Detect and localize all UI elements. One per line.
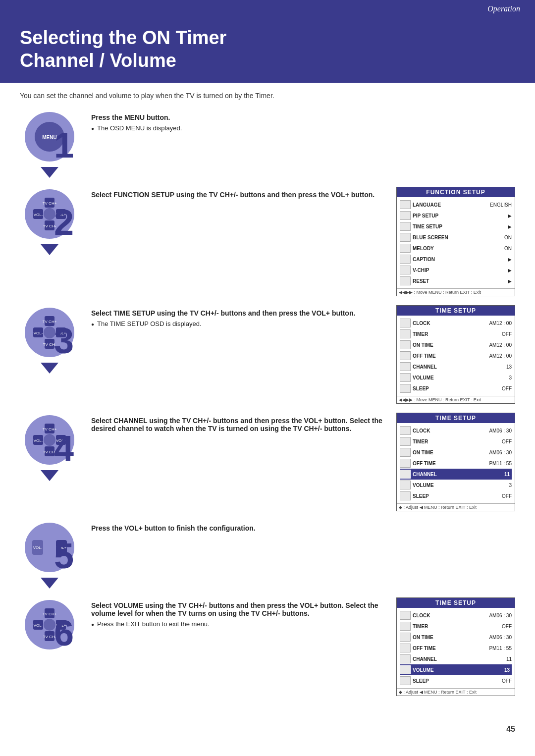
step-number-4: 4 (54, 431, 74, 466)
down-arrow (41, 470, 58, 481)
osd-row-label: RESET (413, 278, 506, 284)
step-middle-6: Select VOLUME using the TV CH+/- buttons… (91, 597, 384, 629)
osd-row-icon (400, 491, 411, 500)
step-row-1: MENU 1 Press the MENU button. The OSD ME… (20, 109, 515, 178)
osd-row-icon (400, 362, 411, 371)
step-number-6: 6 (54, 615, 74, 651)
step-title-1: Press the MENU button. (91, 113, 515, 121)
osd-row-icon (400, 200, 411, 209)
osd-row: V-CHIP ▶ (400, 265, 512, 275)
osd-row: CHANNEL 13 (400, 361, 512, 372)
remote-graphic-2: TV CH+ TV CH- VOL+ VOL- 2 (22, 187, 77, 241)
osd-row: OFF TIME PM11 : 55 (400, 458, 512, 469)
remote-graphic-6: TV CH+ TV CH- VOL+ VOL- 6 (22, 597, 77, 652)
step-bullet: Press the EXIT button to exit the menu. (91, 619, 384, 629)
osd-row: SLEEP OFF (400, 383, 512, 394)
osd-row-label: TIMER (413, 624, 500, 629)
osd-row-label: V-CHIP (413, 268, 506, 273)
osd-row-icon (400, 470, 411, 479)
osd-row: OFF TIME AM12 : 00 (400, 350, 512, 361)
step-number-5: 5 (54, 538, 74, 574)
osd-panel-body: CLOCK AM06 : 30 TIMER OFF ON TIME AM06 :… (397, 423, 515, 503)
osd-row-label: CLOCK (413, 428, 487, 433)
osd-row: CLOCK AM06 : 30 (400, 425, 512, 436)
step-bullet: The TIME SETUP OSD is displayed. (91, 319, 384, 329)
osd-row-icon (400, 644, 411, 652)
svg-text:VOL-: VOL- (33, 545, 43, 550)
osd-panel-title: TIME SETUP (397, 413, 515, 423)
down-arrow (41, 244, 58, 255)
operation-label: Operation (487, 4, 520, 13)
osd-row-label: OFF TIME (413, 646, 487, 651)
svg-text:VOL-: VOL- (34, 213, 43, 217)
osd-row-icon (400, 448, 411, 457)
osd-row: OFF TIME PM11 : 55 (400, 643, 512, 653)
osd-row-label: OFF TIME (413, 461, 487, 466)
osd-panel-body: CLOCK AM06 : 30 TIMER OFF ON TIME AM06 :… (397, 608, 515, 688)
osd-row-label: SLEEP (413, 493, 500, 499)
osd-panel-body: CLOCK AM12 : 00 TIMER OFF ON TIME AM12 :… (397, 316, 515, 396)
osd-row-label: CHANNEL (413, 656, 504, 662)
osd-panel: TIME SETUP CLOCK AM06 : 30 TIMER OFF ON … (396, 413, 515, 511)
step-row-6: TV CH+ TV CH- VOL+ VOL- 6 Select VOLUME … (20, 597, 515, 696)
osd-panel: FUNCTION SETUP LANGUAGE ENGLISH PIP SETU… (396, 187, 515, 296)
osd-row-icon (400, 319, 411, 327)
step-middle-1: Press the MENU button. The OSD MENU is d… (91, 109, 515, 133)
svg-text:VOL-: VOL- (34, 623, 43, 628)
osd-row-label: TIMER (413, 439, 500, 444)
step-title-6: Select VOLUME using the TV CH+/- buttons… (91, 601, 384, 617)
step-middle-4: Select CHANNEL using the TV CH+/- button… (91, 413, 384, 434)
step-middle-2: Select FUNCTION SETUP using the TV CH+/-… (91, 187, 384, 201)
osd-row-icon (400, 233, 411, 242)
osd-row: ON TIME AM12 : 00 (400, 339, 512, 350)
steps-container: MENU 1 Press the MENU button. The OSD ME… (0, 105, 535, 720)
osd-row-label: SLEEP (413, 678, 500, 684)
osd-row: VOLUME 3 (400, 480, 512, 490)
osd-row-label: MELODY (413, 246, 502, 251)
osd-panel-footer: ◆ : Adjust ◀ MENU : Return EXIT : Exit (397, 503, 515, 511)
osd-row-icon (400, 437, 411, 446)
step-left-3: TV CH+ TV CH- VOL+ VOL- 3 (20, 305, 79, 374)
osd-row: BLUE SCREEN ON (400, 232, 512, 243)
osd-row: VOLUME 13 (400, 664, 512, 675)
down-arrow (41, 167, 58, 178)
osd-row-icon (400, 222, 411, 231)
osd-row-label: BLUE SCREEN (413, 235, 502, 240)
osd-row-label: CLOCK (413, 613, 487, 618)
step-title-4: Select CHANNEL using the TV CH+/- button… (91, 417, 384, 432)
step-row-5: VOL+ VOL- 5 Press the VOL+ button to fin… (20, 520, 515, 589)
osd-row: TIMER OFF (400, 328, 512, 339)
osd-row: CHANNEL 11 (400, 653, 512, 664)
osd-row: ON TIME AM06 : 30 (400, 632, 512, 643)
step-panel: FUNCTION SETUP LANGUAGE ENGLISH PIP SETU… (396, 187, 515, 296)
osd-row-label: CHANNEL (413, 472, 500, 477)
osd-row: CLOCK AM06 : 30 (400, 610, 512, 621)
osd-row: CLOCK AM12 : 00 (400, 318, 512, 328)
osd-row-icon (400, 340, 411, 349)
osd-row-label: OFF TIME (413, 353, 487, 359)
osd-row: SLEEP OFF (400, 675, 512, 686)
step-row-2: TV CH+ TV CH- VOL+ VOL- 2 Select FUNCTIO… (20, 187, 515, 296)
osd-row-label: PIP SETUP (413, 213, 506, 218)
step-panel: TIME SETUP CLOCK AM06 : 30 TIMER OFF ON … (396, 413, 515, 511)
remote-graphic-1: MENU 1 (22, 109, 77, 164)
osd-row-label: TIMER (413, 331, 500, 337)
osd-panel-title: TIME SETUP (397, 598, 515, 608)
step-left-6: TV CH+ TV CH- VOL+ VOL- 6 (20, 597, 79, 652)
step-left-1: MENU 1 (20, 109, 79, 178)
step-bullet: The OSD MENU is displayed. (91, 123, 515, 133)
subtitle: You can set the channel and volume to pl… (0, 83, 535, 105)
osd-row-icon (400, 481, 411, 489)
page-title: Selecting the ON Timer Channel / Volume (20, 27, 515, 72)
svg-text:VOL-: VOL- (34, 331, 43, 335)
step-row-4: TV CH+ TV CH- VOL+ VOL- 4 Select CHANNEL… (20, 413, 515, 511)
osd-row-label: ON TIME (413, 342, 487, 348)
osd-panel-title: FUNCTION SETUP (397, 187, 515, 197)
osd-row-icon (400, 622, 411, 631)
remote-graphic-5: VOL+ VOL- 5 (22, 520, 77, 575)
osd-panel-footer: ◆ : Adjust ◀ MENU : Return EXIT : Exit (397, 688, 515, 696)
step-number-2: 2 (54, 205, 74, 240)
step-row-3: TV CH+ TV CH- VOL+ VOL- 3 Select TIME SE… (20, 305, 515, 404)
osd-row-icon (400, 384, 411, 393)
osd-row-icon (400, 611, 411, 620)
